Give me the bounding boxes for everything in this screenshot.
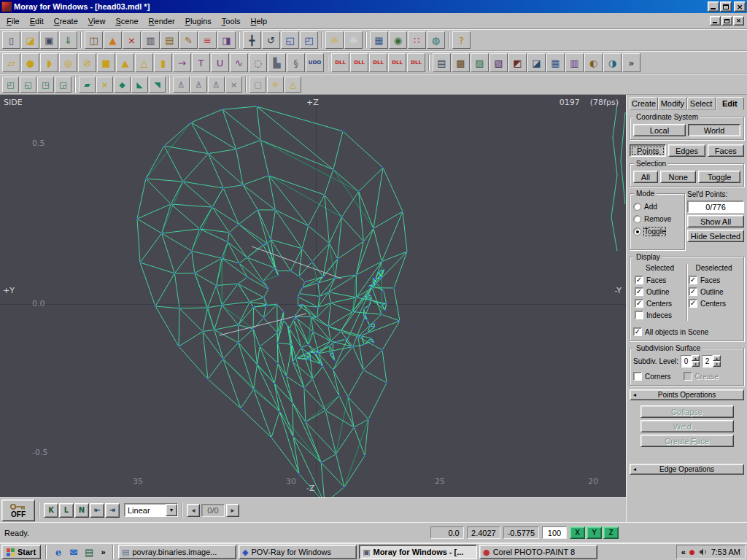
translate-object-button[interactable]: → xyxy=(173,53,191,72)
view-level-spinner[interactable]: 0 ▴ ▾ xyxy=(681,355,700,368)
bones-2-button[interactable]: ♙ xyxy=(190,77,207,93)
first-frame-button[interactable]: ⇤ xyxy=(90,503,104,518)
lathe-object-button[interactable]: § xyxy=(287,53,305,72)
selected-indeces-checkbox[interactable]: Indeces xyxy=(635,309,685,321)
blob-primitive-button[interactable]: ◌ xyxy=(249,53,267,72)
union-csg-button[interactable]: U xyxy=(211,53,229,72)
show-all-button[interactable]: Show All xyxy=(687,215,744,228)
mode-radio-remove[interactable]: Remove xyxy=(633,213,681,225)
texture-wood-button[interactable]: ▩ xyxy=(452,53,470,72)
mdi-restore-button[interactable] xyxy=(721,16,732,26)
copy-button[interactable]: ▥ xyxy=(142,31,160,49)
tab-modify[interactable]: Modify xyxy=(658,97,686,110)
plugin-dll-3-button[interactable]: DLL xyxy=(369,53,387,72)
bones-3-button[interactable]: ♙ xyxy=(208,77,225,93)
heightfield-button[interactable]: ▙ xyxy=(268,53,286,72)
deselected-faces-checkbox[interactable]: ✓Faces xyxy=(689,274,739,286)
finish-editor-button[interactable]: ◐ xyxy=(584,53,603,72)
torus-primitive-button[interactable]: ◎ xyxy=(59,53,77,72)
select-crossing-button[interactable]: ◱ xyxy=(20,77,36,93)
help-button[interactable]: ? xyxy=(452,31,471,49)
snap-off-button[interactable]: OFF xyxy=(1,499,35,521)
key-toggle-button[interactable]: K xyxy=(44,503,58,518)
mirror-mesh-button[interactable]: ◣ xyxy=(131,77,148,93)
plugin-manager-button[interactable]: ◍ xyxy=(427,31,445,49)
cone-primitive-button[interactable]: ▲ xyxy=(116,53,134,72)
internet-explorer-button[interactable]: e xyxy=(51,545,66,559)
show-desktop-button[interactable]: ▤ xyxy=(82,545,96,559)
menu-item-help[interactable]: Help xyxy=(245,15,272,28)
volume-icon[interactable] xyxy=(699,548,708,556)
bones-1-button[interactable]: ♙ xyxy=(173,77,190,93)
hide-selected-button[interactable]: Hide Selected xyxy=(687,230,744,242)
linear-key-button[interactable]: L xyxy=(59,503,74,518)
deselected-centers-checkbox[interactable]: ✓Centers xyxy=(689,298,739,309)
world-button[interactable]: World xyxy=(688,124,740,136)
select-object-button[interactable]: ◲ xyxy=(55,77,71,93)
tray-app-icon[interactable]: ● xyxy=(689,549,695,556)
cone-tool-button[interactable]: ▲ xyxy=(104,31,122,49)
dropdown-arrow-icon[interactable]: ▾ xyxy=(166,504,177,516)
sweep-plane-button[interactable]: ▰ xyxy=(79,77,96,93)
open-scene-button[interactable]: ◪ xyxy=(21,31,39,49)
texture-stone-button[interactable]: ▨ xyxy=(471,53,489,72)
task-button-corel-photo-paint-8[interactable]: ●Corel PHOTO-PAINT 8 xyxy=(479,545,597,559)
next-frame-button[interactable]: ▸ xyxy=(226,504,239,517)
task-button-povray-binaries-image[interactable]: ▤povray.binaries.image... xyxy=(118,545,236,559)
spin-up-icon[interactable]: ▴ xyxy=(692,355,700,361)
light-on-button[interactable]: ☼ xyxy=(325,31,344,49)
subdiv-corners-checkbox[interactable]: Corners xyxy=(633,370,671,382)
select-toggle-button[interactable]: Toggle xyxy=(698,171,740,183)
plane-primitive-button[interactable]: ▱ xyxy=(2,53,20,72)
media-editor-button[interactable]: ◑ xyxy=(603,53,622,72)
paste-button[interactable]: ▤ xyxy=(160,31,179,49)
minimize-button[interactable] xyxy=(708,1,719,12)
points-mode-button[interactable]: Points xyxy=(630,144,666,157)
selected-faces-checkbox[interactable]: ✓Faces xyxy=(635,274,685,286)
display-all-objects-in-scene-checkbox[interactable]: ✓All objects in Scene xyxy=(633,326,740,338)
udo-import-button[interactable]: UDO xyxy=(306,53,324,72)
texture-glass-button[interactable]: ◪ xyxy=(527,53,546,72)
last-frame-button[interactable]: ⇥ xyxy=(105,503,120,518)
tab-edit[interactable]: Edit xyxy=(716,97,744,110)
faces-mode-button[interactable]: Faces xyxy=(708,144,744,157)
delete-button[interactable]: × xyxy=(123,31,141,49)
task-button-moray-for-windows[interactable]: ▣Moray for Windows - [... xyxy=(359,545,477,559)
extrude-face-button[interactable]: ◆ xyxy=(114,77,131,93)
marquee-select-button[interactable]: ▢ xyxy=(249,77,266,93)
export-scene-button[interactable]: ⇓ xyxy=(59,31,77,49)
disc-primitive-button[interactable]: ⊘ xyxy=(78,53,96,72)
create-face-button[interactable]: Create Face xyxy=(640,435,734,447)
preview-render-button[interactable]: ◉ xyxy=(389,31,407,49)
local-button[interactable]: Local xyxy=(633,124,686,136)
weld-button[interactable]: Weld ... xyxy=(640,420,734,432)
smooth-triangle-button[interactable]: △ xyxy=(285,77,301,93)
align-grid-button[interactable]: ◰ xyxy=(300,31,318,49)
rotate-tool-button[interactable]: ↺ xyxy=(262,31,280,49)
mode-radio-toggle[interactable]: Toggle xyxy=(633,225,681,238)
texture-marble-button[interactable]: ▧ xyxy=(489,53,508,72)
quick-launch-overflow-button[interactable]: » xyxy=(98,545,108,559)
new-scene-button[interactable]: ▯ xyxy=(2,31,20,49)
edge-operations-header[interactable]: ◂ Edge Operations xyxy=(630,464,744,475)
render-button[interactable]: ◨ xyxy=(217,31,236,49)
select-all-button[interactable]: All xyxy=(633,171,658,183)
collapse-button[interactable]: Collapse xyxy=(640,405,734,418)
menu-item-create[interactable]: Create xyxy=(49,15,83,28)
menu-item-plugins[interactable]: Plugins xyxy=(180,15,217,28)
maximize-button[interactable] xyxy=(720,1,732,12)
cylinder-primitive-button[interactable]: ▮ xyxy=(154,53,172,72)
materials-button[interactable]: ∷ xyxy=(408,31,426,49)
menu-item-file[interactable]: File xyxy=(1,15,25,28)
render-window-button[interactable]: ◫ xyxy=(85,31,103,49)
layers-button[interactable]: ≡ xyxy=(198,31,217,49)
select-none-button[interactable]: None xyxy=(660,171,697,183)
cleanup-button[interactable]: ✎ xyxy=(179,31,198,49)
lamp-tool-button[interactable]: ☼ xyxy=(267,77,284,93)
tab-create[interactable]: Create xyxy=(630,97,658,110)
app-icon[interactable] xyxy=(1,1,12,12)
select-window-button[interactable]: ◰ xyxy=(2,77,19,93)
notes-button[interactable]: ▤ xyxy=(433,53,451,72)
mdi-minimize-button[interactable] xyxy=(710,16,721,26)
plugin-dll-1-button[interactable]: DLL xyxy=(331,53,349,72)
